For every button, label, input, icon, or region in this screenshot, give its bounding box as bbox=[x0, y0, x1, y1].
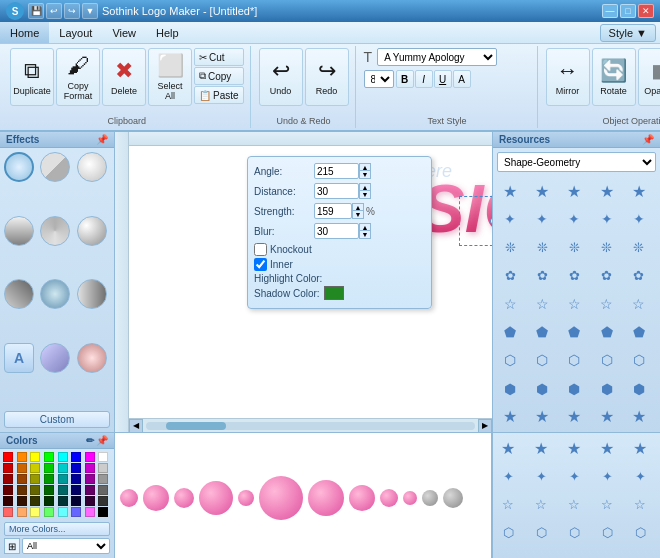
shape-item[interactable]: ✦ bbox=[495, 463, 521, 489]
shape-item[interactable]: ⬡ bbox=[594, 347, 620, 373]
effect-item-5[interactable] bbox=[40, 216, 70, 246]
grid-view-button[interactable]: ⊞ bbox=[4, 538, 20, 554]
shape-item[interactable]: ★ bbox=[561, 404, 587, 430]
shape-item[interactable]: ★ bbox=[561, 435, 587, 461]
shape-item[interactable]: ★ bbox=[495, 435, 521, 461]
color-cell[interactable] bbox=[17, 496, 27, 506]
blur-spin-down[interactable]: ▼ bbox=[359, 231, 371, 239]
distance-spin-up[interactable]: ▲ bbox=[359, 183, 371, 191]
color-cell[interactable] bbox=[98, 463, 108, 473]
shape-item[interactable]: ★ bbox=[626, 178, 652, 204]
color-cell[interactable] bbox=[85, 474, 95, 484]
shape-item[interactable]: ✦ bbox=[561, 206, 587, 232]
shape-item[interactable]: ❊ bbox=[561, 234, 587, 260]
color-cell[interactable] bbox=[58, 474, 68, 484]
shape-item[interactable]: ★ bbox=[497, 404, 523, 430]
menu-help[interactable]: Help bbox=[146, 22, 189, 43]
color-cell[interactable] bbox=[30, 463, 40, 473]
shape-item[interactable]: ⬟ bbox=[529, 319, 555, 345]
color-cell[interactable] bbox=[58, 463, 68, 473]
shape-item[interactable]: ★ bbox=[627, 435, 653, 461]
strength-spin-up[interactable]: ▲ bbox=[352, 203, 364, 211]
color-cell[interactable] bbox=[44, 474, 54, 484]
font-size-dropdown[interactable]: 8 bbox=[364, 70, 394, 88]
shape-item[interactable]: ★ bbox=[497, 178, 523, 204]
inner-checkbox[interactable] bbox=[254, 258, 267, 271]
angle-spin-down[interactable]: ▼ bbox=[359, 171, 371, 179]
shape-item[interactable]: ✦ bbox=[528, 463, 554, 489]
shadow-color-swatch[interactable] bbox=[324, 286, 344, 300]
knockout-checkbox[interactable] bbox=[254, 243, 267, 256]
undo-qat-button[interactable]: ↩ bbox=[46, 3, 62, 19]
shape-item[interactable]: ⬢ bbox=[561, 376, 587, 402]
color-cell[interactable] bbox=[30, 474, 40, 484]
color-cell[interactable] bbox=[30, 496, 40, 506]
effect-item-10[interactable] bbox=[40, 343, 70, 373]
color-cell[interactable] bbox=[44, 463, 54, 473]
color-cell[interactable] bbox=[44, 496, 54, 506]
undo-button[interactable]: ↩ Undo bbox=[259, 48, 303, 106]
shape-item[interactable]: ✦ bbox=[594, 206, 620, 232]
paste-button[interactable]: 📋 Paste bbox=[194, 86, 244, 104]
color-cell[interactable] bbox=[98, 507, 108, 517]
shape-item[interactable]: ☆ bbox=[529, 291, 555, 317]
shape-item[interactable]: ☆ bbox=[594, 491, 620, 517]
strength-input[interactable] bbox=[314, 203, 352, 219]
shape-item[interactable]: ⬡ bbox=[594, 519, 620, 545]
shape-item[interactable]: ✿ bbox=[497, 263, 523, 289]
shape-item[interactable]: ⬟ bbox=[626, 319, 652, 345]
color-cell[interactable] bbox=[30, 452, 40, 462]
shape-item[interactable]: ★ bbox=[626, 404, 652, 430]
shape-item[interactable]: ☆ bbox=[561, 491, 587, 517]
color-cell[interactable] bbox=[71, 485, 81, 495]
color-cell[interactable] bbox=[17, 485, 27, 495]
shape-item[interactable]: ☆ bbox=[528, 491, 554, 517]
angle-spin-up[interactable]: ▲ bbox=[359, 163, 371, 171]
custom-button[interactable]: Custom bbox=[4, 411, 110, 428]
shape-item[interactable]: ✿ bbox=[594, 263, 620, 289]
shape-item[interactable]: ❊ bbox=[529, 234, 555, 260]
menu-view[interactable]: View bbox=[102, 22, 146, 43]
style-button[interactable]: Style ▼ bbox=[600, 24, 656, 42]
color-cell[interactable] bbox=[98, 496, 108, 506]
shape-item[interactable]: ✿ bbox=[561, 263, 587, 289]
effect-item-8[interactable] bbox=[40, 279, 70, 309]
delete-button[interactable]: ✖ Delete bbox=[102, 48, 146, 106]
strikethrough-button[interactable]: A bbox=[453, 70, 471, 88]
shape-item[interactable]: ⬢ bbox=[626, 376, 652, 402]
color-cell[interactable] bbox=[3, 496, 13, 506]
shape-item[interactable]: ⬡ bbox=[561, 519, 587, 545]
color-cell[interactable] bbox=[71, 463, 81, 473]
shape-item[interactable]: ✦ bbox=[561, 463, 587, 489]
shape-item[interactable]: ✿ bbox=[626, 263, 652, 289]
effect-item-text-a[interactable]: A bbox=[4, 343, 34, 373]
effect-item-4[interactable] bbox=[4, 216, 34, 246]
shape-item[interactable]: ⬡ bbox=[529, 347, 555, 373]
color-cell[interactable] bbox=[44, 452, 54, 462]
color-cell[interactable] bbox=[44, 485, 54, 495]
menu-layout[interactable]: Layout bbox=[49, 22, 102, 43]
shape-item[interactable]: ⬡ bbox=[626, 347, 652, 373]
shape-item[interactable]: ❊ bbox=[594, 234, 620, 260]
shape-item[interactable]: ⬡ bbox=[561, 347, 587, 373]
color-cell[interactable] bbox=[30, 507, 40, 517]
effect-item-11[interactable] bbox=[77, 343, 107, 373]
canvas-content[interactable]: Angle: ▲ ▼ Distance: bbox=[129, 146, 492, 418]
strength-spin-down[interactable]: ▼ bbox=[352, 211, 364, 219]
shape-item[interactable]: ☆ bbox=[626, 291, 652, 317]
opacity-button[interactable]: ◼ Opacity bbox=[638, 48, 660, 106]
copy-format-button[interactable]: 🖌 CopyFormat bbox=[56, 48, 100, 106]
rotate-button[interactable]: 🔄 Rotate bbox=[592, 48, 636, 106]
shape-item[interactable]: ⬡ bbox=[528, 519, 554, 545]
color-cell[interactable] bbox=[71, 496, 81, 506]
shape-item[interactable]: ⬟ bbox=[594, 319, 620, 345]
italic-button[interactable]: I bbox=[415, 70, 433, 88]
shape-item[interactable]: ⬟ bbox=[497, 319, 523, 345]
maximize-button[interactable]: □ bbox=[620, 4, 636, 18]
effect-item-2[interactable] bbox=[40, 152, 70, 182]
shape-item[interactable]: ☆ bbox=[594, 291, 620, 317]
color-cell[interactable] bbox=[71, 507, 81, 517]
minimize-button[interactable]: — bbox=[602, 4, 618, 18]
distance-input[interactable] bbox=[314, 183, 359, 199]
more-colors-button[interactable]: More Colors... bbox=[4, 522, 110, 536]
